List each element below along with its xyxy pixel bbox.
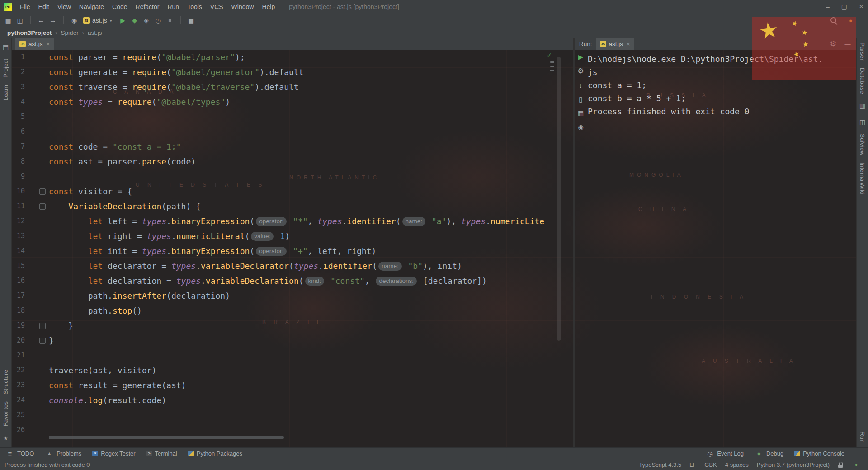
python-packages-icon[interactable] (188, 451, 194, 456)
tool-window-button-run[interactable]: Run (859, 432, 866, 443)
tool-window-button-database[interactable]: Database (859, 68, 866, 94)
settings-icon[interactable] (576, 66, 585, 75)
tool-window-button-structure[interactable]: Structure (2, 370, 9, 395)
tool-window-button-python-console[interactable]: Python Console (794, 450, 844, 457)
run-console[interactable]: D:\nodejs\node.exe D:\python3Project\Spi… (588, 52, 856, 447)
editor-body[interactable]: 1const parser = require("@babel/parser")… (11, 50, 573, 447)
event-log-icon[interactable] (705, 449, 714, 458)
todo-icon[interactable] (5, 449, 14, 458)
editor-vertical-scrollbar[interactable] (557, 57, 561, 341)
tool-window-button-terminal[interactable]: Terminal (146, 450, 177, 457)
close-icon[interactable]: × (47, 41, 50, 47)
code-line[interactable]: 24console.log(result.code) (11, 393, 573, 408)
menu-item-view[interactable]: View (53, 3, 75, 10)
code-line[interactable]: 1const parser = require("@babel/parser")… (11, 50, 573, 65)
menu-item-file[interactable]: File (16, 3, 34, 10)
clear-icon[interactable] (576, 94, 585, 103)
profile-icon[interactable] (70, 16, 79, 25)
close-button[interactable] (859, 2, 863, 11)
code-line[interactable]: 13 let right = types.numericLiteral(valu… (11, 229, 573, 244)
fold-marker[interactable]: - (39, 188, 46, 195)
favorites-star-icon[interactable] (1, 434, 10, 443)
maximize-button[interactable] (841, 3, 847, 10)
rerun-icon[interactable] (576, 52, 585, 61)
problems-icon[interactable] (45, 449, 54, 458)
menu-item-navigate[interactable]: Navigate (75, 3, 108, 10)
debug-icon[interactable] (130, 16, 139, 25)
hide-icon[interactable] (843, 39, 852, 48)
editor-tab-ast-js[interactable]: ast.js × (15, 38, 54, 50)
code-line[interactable]: 18 path.stop() (11, 303, 573, 318)
breadcrumb-item[interactable]: python3Project (6, 29, 52, 36)
status-widget[interactable]: Python 3.7 (python3Project) (757, 461, 830, 468)
stop-icon[interactable] (165, 16, 175, 25)
code-line[interactable]: 16 let declaration = types.variableDecla… (11, 273, 573, 288)
code-line[interactable]: 2const generate = require("@babel/genera… (11, 65, 573, 80)
project-icon[interactable] (1, 42, 10, 52)
code-line[interactable]: 14 let init = types.binaryExpression(ope… (11, 244, 573, 258)
tool-window-button-python-packages[interactable]: Python Packages (188, 450, 242, 457)
tool-window-button-event-log[interactable]: Event Log (705, 449, 744, 458)
status-widget[interactable]: GBK (704, 461, 717, 468)
code-line[interactable]: 11- VariableDeclaration(path) { (11, 199, 573, 214)
menu-item-run[interactable]: Run (163, 3, 183, 10)
code-line[interactable]: 12 let left = types.binaryExpression(ope… (11, 214, 573, 229)
code-line[interactable]: 23const result = generate(ast) (11, 378, 573, 393)
code-line[interactable]: 19- } (11, 318, 573, 333)
code-line[interactable]: 21 (11, 348, 573, 363)
inspections-ok-icon[interactable]: ✓ (547, 52, 552, 59)
lock-icon[interactable] (838, 462, 844, 468)
code-line[interactable]: 20-} (11, 333, 573, 348)
terminal-icon[interactable] (146, 451, 152, 456)
fold-marker[interactable]: - (39, 338, 46, 344)
status-widget[interactable]: LF (689, 461, 696, 468)
run-configuration-selector[interactable]: ast.js ▾ (83, 17, 112, 24)
tool-window-button-todo[interactable]: TODO (5, 449, 34, 458)
code-line[interactable]: 5 (11, 109, 573, 124)
close-icon[interactable]: × (627, 41, 630, 47)
tool-window-button-debug[interactable]: Debug (755, 449, 783, 458)
fold-marker[interactable]: - (39, 323, 46, 329)
redo-icon[interactable] (48, 16, 57, 25)
undo-icon[interactable] (37, 16, 46, 25)
scroll-end-icon[interactable] (576, 80, 585, 89)
breadcrumb-item[interactable]: Spider (60, 29, 80, 36)
softwrap-icon[interactable] (576, 108, 585, 118)
menu-item-tools[interactable]: Tools (183, 3, 206, 10)
menu-item-window[interactable]: Window (227, 3, 258, 10)
code-line[interactable]: 4const types = require("@babel/types") (11, 94, 573, 109)
coverage-icon[interactable] (142, 16, 151, 25)
code-line[interactable]: 7const code = "const a = 1;" (11, 139, 573, 154)
pin-icon[interactable] (576, 122, 585, 132)
indicator-icon[interactable] (852, 461, 861, 470)
tool-window-button-internalwiki[interactable]: InternalWiki (859, 162, 866, 194)
debug-small-icon[interactable] (755, 449, 764, 458)
code-line[interactable]: 6 (11, 124, 573, 139)
matrix-icon[interactable] (858, 118, 867, 127)
editor-horizontal-scrollbar[interactable] (49, 436, 284, 439)
run-tab-ast-js[interactable]: ast.js × (596, 38, 634, 50)
tool-window-button-sciview[interactable]: SciView (859, 134, 866, 155)
code-line[interactable]: 3const traverse = require("@babel/traver… (11, 80, 573, 94)
python-console-icon[interactable] (794, 451, 800, 456)
tool-window-button-parser[interactable]: Parser (859, 42, 866, 61)
run-icon[interactable] (118, 16, 127, 25)
code-line[interactable]: 17 path.insertAfter(declaration) (11, 288, 573, 303)
menu-item-help[interactable]: Help (258, 3, 279, 10)
code-line[interactable]: 9 (11, 169, 573, 184)
grid-icon[interactable] (858, 101, 867, 110)
status-widget[interactable]: 4 spaces (725, 461, 749, 468)
tool-window-button-problems[interactable]: Problems (45, 449, 81, 458)
tool-window-button-regex-tester[interactable]: Regex Tester (92, 450, 135, 457)
open-icon[interactable] (4, 16, 13, 25)
layout-icon[interactable] (187, 16, 196, 25)
tool-window-button-learn[interactable]: Learn (2, 85, 9, 101)
tool-window-button-favorites[interactable]: Favorites (2, 401, 9, 427)
code-line[interactable]: 15 let declarator = types.variableDeclar… (11, 258, 573, 273)
menu-item-vcs[interactable]: VCS (206, 3, 227, 10)
fold-marker[interactable]: - (39, 203, 46, 210)
code-line[interactable]: 8const ast = parser.parse(code) (11, 154, 573, 169)
search-icon[interactable] (829, 16, 838, 25)
menu-item-edit[interactable]: Edit (34, 3, 53, 10)
update-icon[interactable] (846, 16, 855, 25)
